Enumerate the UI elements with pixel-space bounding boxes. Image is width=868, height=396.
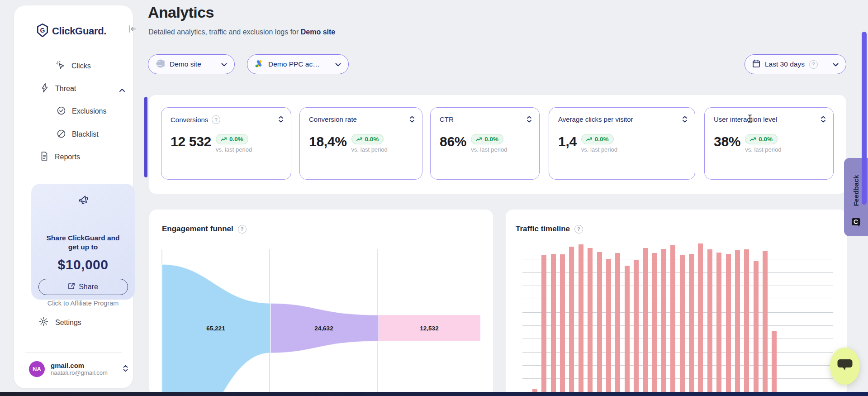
gear-icon bbox=[39, 317, 48, 328]
kpi-caption: vs. last period bbox=[581, 146, 617, 153]
page-title: Analytics bbox=[148, 4, 214, 21]
text-cursor bbox=[747, 114, 753, 125]
account-email: naatali.ro@gmail.com bbox=[51, 369, 123, 377]
kpi-value: 18,4% bbox=[309, 134, 347, 149]
trend-up-icon bbox=[356, 137, 363, 142]
chat-launcher-button[interactable] bbox=[830, 348, 860, 385]
help-icon[interactable]: ? bbox=[574, 225, 583, 234]
share-button-label: Share bbox=[79, 283, 98, 291]
sidebar-item-label: Clicks bbox=[71, 62, 91, 70]
svg-text:G: G bbox=[40, 27, 45, 34]
funnel-label: 12,532 bbox=[420, 325, 438, 332]
timeline-bar bbox=[532, 389, 537, 392]
affiliate-promo-card: Share ClickGuard and get up to $10,000 S… bbox=[31, 184, 135, 300]
google-ads-icon bbox=[255, 59, 264, 70]
sidebar-item-settings[interactable]: Settings bbox=[39, 317, 81, 328]
sidebar-item-label: Reports bbox=[55, 153, 80, 161]
kpi-label: CTR bbox=[440, 115, 454, 123]
sidebar-scrollbar-thumb[interactable] bbox=[144, 97, 147, 177]
kpi-card-interaction-level: User interaction level 38% 0.0% vs. last… bbox=[704, 107, 834, 180]
ban-icon bbox=[57, 129, 66, 140]
kpi-delta-badge: 0.0% bbox=[471, 134, 503, 144]
brand-name: ClickGuard. bbox=[52, 25, 106, 37]
timeline-bar bbox=[661, 249, 666, 392]
timeline-bar bbox=[689, 254, 694, 392]
kpi-card-conversion-rate: Conversion rate 18,4% 0.0% vs. last peri… bbox=[299, 107, 422, 180]
timeline-bar bbox=[707, 249, 712, 392]
trend-up-icon bbox=[750, 137, 756, 142]
sidebar: G ClickGuard. Clicks Threat Exclu bbox=[14, 5, 133, 388]
account-switcher[interactable]: NA gmail.com naatali.ro@gmail.com bbox=[29, 361, 128, 377]
promo-heading-line1: Share ClickGuard and bbox=[31, 234, 135, 243]
sidebar-item-reports[interactable]: Reports bbox=[40, 150, 80, 164]
brand-logo[interactable]: G ClickGuard. bbox=[37, 24, 106, 39]
chat-bubble-icon bbox=[837, 358, 853, 374]
affiliate-program-link[interactable]: Click to Affiliate Program bbox=[31, 300, 135, 307]
timeline-bar bbox=[652, 253, 657, 392]
kpi-card-avg-clicks: Average clicks per visitor 1,4 0.0% vs. … bbox=[549, 107, 695, 180]
sidebar-item-clicks[interactable]: Clicks bbox=[56, 59, 91, 73]
timeline-bar bbox=[588, 248, 593, 392]
timeline-bar bbox=[763, 251, 768, 392]
sidebar-item-threat[interactable]: Threat bbox=[40, 82, 76, 95]
promo-amount: $10,000 bbox=[31, 257, 135, 272]
collapse-sidebar-icon[interactable] bbox=[128, 24, 137, 33]
app-root: G ClickGuard. Clicks Threat Exclu bbox=[0, 0, 868, 396]
megaphone-icon bbox=[31, 184, 135, 209]
sort-updown-icon[interactable] bbox=[278, 116, 284, 124]
kpi-caption: vs. last period bbox=[216, 146, 252, 153]
ppc-account-value: Demo PPC ac… bbox=[268, 60, 320, 68]
sort-updown-icon[interactable] bbox=[682, 116, 688, 124]
kpi-card-ctr: CTR 86% 0.0% vs. last period bbox=[430, 107, 540, 180]
kpi-delta-badge: 0.0% bbox=[745, 134, 778, 144]
help-icon[interactable]: ? bbox=[238, 225, 247, 234]
funnel-label: 24,632 bbox=[314, 325, 333, 332]
timeline-bar bbox=[735, 250, 740, 392]
kpi-caption: vs. last period bbox=[351, 146, 388, 153]
chevron-up-icon[interactable] bbox=[119, 86, 125, 94]
sort-updown-icon[interactable] bbox=[409, 116, 415, 124]
timeline-bar bbox=[680, 255, 685, 392]
timeline-bar bbox=[597, 252, 602, 392]
kpi-label: User interaction level bbox=[714, 115, 777, 123]
share-button[interactable]: Share bbox=[38, 279, 128, 295]
help-icon[interactable]: ? bbox=[212, 115, 220, 124]
help-icon[interactable]: ? bbox=[809, 60, 818, 69]
traffic-timeline-card bbox=[506, 210, 847, 396]
timeline-bar bbox=[569, 247, 574, 392]
page-subtitle: Detailed analytics, traffic and exclusio… bbox=[148, 28, 335, 36]
engagement-funnel-chart: 65,221 24,632 12,532 bbox=[159, 248, 486, 392]
sidebar-item-label: Settings bbox=[55, 319, 81, 327]
kpi-label: Average clicks per visitor bbox=[558, 115, 633, 123]
timeline-bar bbox=[606, 259, 611, 392]
avatar: NA bbox=[29, 361, 45, 377]
sort-updown-icon bbox=[123, 365, 128, 374]
ppc-account-selector[interactable]: Demo PPC ac… bbox=[247, 54, 349, 74]
badge-check-icon bbox=[57, 106, 66, 117]
account-name: gmail.com bbox=[51, 362, 123, 369]
timeline-bar bbox=[541, 255, 546, 392]
chevron-down-icon bbox=[221, 60, 227, 68]
sort-updown-icon[interactable] bbox=[526, 116, 532, 124]
kpi-caption: vs. last period bbox=[745, 146, 781, 153]
bottom-edge-bar bbox=[0, 392, 868, 396]
kpi-value: 38% bbox=[714, 134, 740, 149]
chevron-down-icon bbox=[335, 60, 341, 68]
trend-up-icon bbox=[586, 137, 593, 142]
timeline-bar bbox=[634, 260, 639, 392]
lightning-icon bbox=[40, 83, 49, 95]
page-scrollbar-thumb[interactable] bbox=[862, 32, 867, 205]
feedback-chat-icon bbox=[851, 218, 861, 229]
site-selector[interactable]: Demo site bbox=[148, 54, 235, 74]
date-range-selector[interactable]: Last 30 days ? bbox=[745, 54, 846, 74]
timeline-bar bbox=[726, 254, 731, 392]
external-link-icon bbox=[68, 282, 75, 291]
subtitle-site-name: Demo site bbox=[301, 28, 335, 36]
kpi-delta-badge: 0.0% bbox=[581, 134, 614, 144]
click-cursor-icon bbox=[56, 61, 66, 72]
kpi-caption: vs. last period bbox=[471, 146, 507, 153]
sidebar-item-blacklist[interactable]: Blacklist bbox=[57, 128, 99, 141]
sidebar-item-exclusions[interactable]: Exclusions bbox=[57, 105, 106, 118]
sort-updown-icon[interactable] bbox=[821, 116, 826, 124]
sidebar-item-label: Threat bbox=[55, 85, 76, 93]
